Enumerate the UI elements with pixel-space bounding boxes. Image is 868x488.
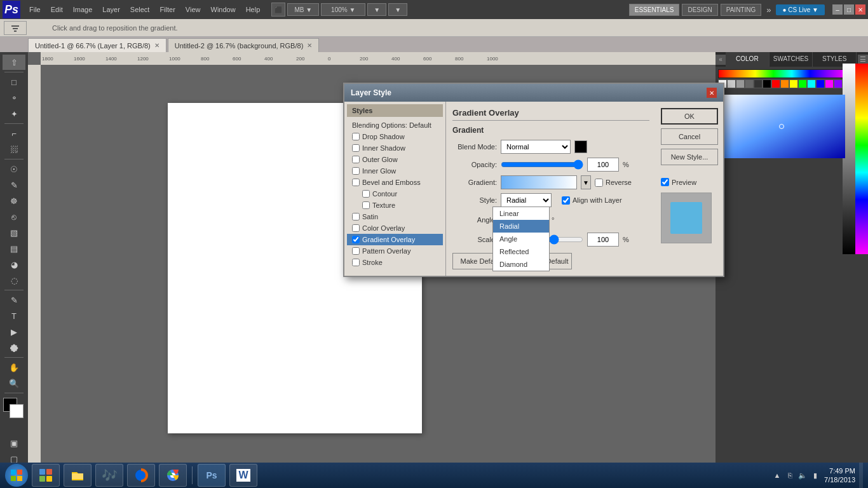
swatch-blue[interactable] — [816, 79, 825, 88]
inner-shadow-checkbox[interactable] — [352, 144, 360, 152]
shape-tool[interactable]: ⯄ — [3, 340, 25, 355]
blur-tool[interactable]: ◕ — [3, 257, 25, 272]
taskbar-explorer[interactable] — [32, 464, 60, 487]
menu-file[interactable]: File — [24, 3, 46, 16]
tray-arrow[interactable]: ▲ — [772, 470, 782, 480]
inner-shadow-item[interactable]: Inner Shadow — [347, 142, 443, 154]
quick-mask-btn[interactable]: ▣ — [3, 435, 25, 451]
menu-view[interactable]: View — [180, 3, 206, 16]
contour-checkbox[interactable] — [362, 190, 370, 198]
swatch-orange[interactable] — [780, 79, 789, 88]
background-color[interactable] — [10, 404, 24, 418]
swatch-3[interactable] — [745, 79, 754, 88]
brush-tool[interactable]: ✎ — [3, 177, 25, 193]
start-button[interactable] — [5, 464, 28, 487]
dropdown-angle[interactable]: Angle — [493, 233, 549, 245]
swatch-black[interactable] — [763, 79, 771, 88]
marquee-tool[interactable]: □ — [3, 74, 25, 90]
ok-btn[interactable]: OK — [661, 108, 718, 125]
outer-glow-checkbox[interactable] — [352, 156, 360, 163]
system-clock[interactable]: 7:49 PM 7/18/2013 — [824, 466, 855, 485]
texture-item[interactable]: Texture — [347, 200, 443, 211]
more-modes-btn[interactable]: » — [764, 5, 773, 15]
dropdown-linear[interactable]: Linear — [493, 207, 549, 220]
inner-glow-checkbox[interactable] — [352, 167, 360, 175]
color-picker-area[interactable] — [718, 95, 845, 158]
eraser-tool[interactable]: ▧ — [3, 225, 25, 240]
blend-mode-select[interactable]: Normal Multiply Screen Overlay — [501, 140, 571, 154]
swatch-1[interactable] — [727, 79, 736, 88]
magic-wand-tool[interactable]: ✦ — [3, 106, 25, 121]
menu-edit[interactable]: Edit — [46, 3, 68, 16]
cancel-btn[interactable]: Cancel — [661, 128, 718, 145]
maximize-btn[interactable]: □ — [844, 4, 854, 15]
painting-mode-btn[interactable]: PAINTING — [721, 4, 761, 16]
bevel-emboss-checkbox[interactable] — [352, 179, 360, 186]
eyedropper-tool[interactable]: ⛆ — [3, 142, 25, 157]
tray-network[interactable]: ⎘ — [785, 470, 795, 480]
panel-collapse-btn[interactable]: « — [715, 55, 726, 65]
menu-filter[interactable]: Filter — [154, 3, 180, 16]
history-brush-tool[interactable]: ⎋ — [3, 209, 25, 224]
opacity-slider[interactable] — [501, 159, 583, 170]
blending-options-item[interactable]: Blending Options: Default — [347, 119, 443, 131]
panel-tab-color[interactable]: COLOR — [726, 52, 770, 67]
move-tool[interactable]: ⇧ — [3, 55, 25, 70]
menu-help[interactable]: Help — [241, 3, 266, 16]
menu-layer[interactable]: Layer — [97, 3, 125, 16]
dodge-tool[interactable]: ◌ — [3, 273, 25, 288]
swatch-green[interactable] — [798, 79, 807, 88]
gradient-preview-swatch[interactable] — [501, 175, 577, 189]
swatch-violet[interactable] — [834, 79, 843, 88]
gradient-overlay-item[interactable]: Gradient Overlay — [347, 234, 443, 245]
tray-battery[interactable]: ▮ — [810, 470, 820, 480]
taskbar-media[interactable]: 🎶 — [95, 464, 123, 487]
outer-glow-item[interactable]: Outer Glow — [347, 154, 443, 165]
color-overlay-item[interactable]: Color Overlay — [347, 222, 443, 234]
taskbar-word[interactable]: W — [229, 464, 257, 487]
preview-checkbox[interactable] — [661, 178, 669, 186]
text-tool[interactable]: T — [3, 308, 25, 323]
dialog-close-btn[interactable]: ✕ — [707, 88, 717, 98]
swatch-4[interactable] — [754, 79, 763, 88]
path-select-tool[interactable]: ▶ — [3, 324, 25, 339]
pen-tool[interactable]: ✎ — [3, 292, 25, 308]
taskbar-folder[interactable] — [64, 464, 92, 487]
menu-window[interactable]: Window — [206, 3, 241, 16]
opacity-input[interactable] — [587, 158, 619, 172]
zoom-tool[interactable]: 🔍 — [3, 376, 25, 391]
scale-input[interactable] — [587, 233, 619, 247]
tray-volume[interactable]: 🔈 — [797, 470, 808, 480]
stroke-item[interactable]: Stroke — [347, 257, 443, 268]
tab-2-close[interactable]: ✕ — [307, 42, 312, 49]
lasso-tool[interactable]: ⚬ — [3, 90, 25, 105]
bevel-emboss-item[interactable]: Bevel and Emboss — [347, 177, 443, 188]
align-layer-checkbox[interactable] — [562, 196, 570, 205]
taskbar-photoshop[interactable]: Ps — [198, 464, 226, 487]
satin-item[interactable]: Satin — [347, 211, 443, 222]
close-btn[interactable]: ✕ — [855, 4, 865, 15]
design-mode-btn[interactable]: DESIGN — [682, 4, 717, 16]
panel-tab-swatches[interactable]: SWATCHES — [770, 52, 813, 67]
satin-checkbox[interactable] — [352, 213, 360, 220]
dropdown-radial[interactable]: Radial — [493, 220, 549, 233]
gray-vertical-bar[interactable] — [843, 64, 855, 254]
dropdown-reflected[interactable]: Reflected — [493, 245, 549, 258]
swatch-red[interactable] — [771, 79, 780, 88]
tab-document-1[interactable]: Untitled-1 @ 66.7% (Layer 1, RGB/8) ✕ — [28, 38, 166, 52]
swatch-magenta[interactable] — [825, 79, 834, 88]
hand-tool[interactable]: ✋ — [3, 360, 25, 375]
swatch-yellow[interactable] — [789, 79, 798, 88]
gradient-dropdown-arrow[interactable]: ▼ — [581, 175, 591, 189]
swatch-2[interactable] — [736, 79, 745, 88]
pattern-overlay-item[interactable]: Pattern Overlay — [347, 245, 443, 257]
tab-1-close[interactable]: ✕ — [154, 42, 159, 49]
texture-checkbox[interactable] — [362, 201, 370, 209]
healing-brush-tool[interactable]: ☉ — [3, 161, 25, 177]
inner-glow-item[interactable]: Inner Glow — [347, 165, 443, 177]
dropdown-diamond[interactable]: Diamond — [493, 258, 549, 271]
pattern-overlay-checkbox[interactable] — [352, 247, 360, 255]
reverse-checkbox[interactable] — [595, 179, 603, 187]
color-vertical-spectrum[interactable] — [855, 64, 868, 254]
drop-shadow-item[interactable]: Drop Shadow — [347, 131, 443, 142]
